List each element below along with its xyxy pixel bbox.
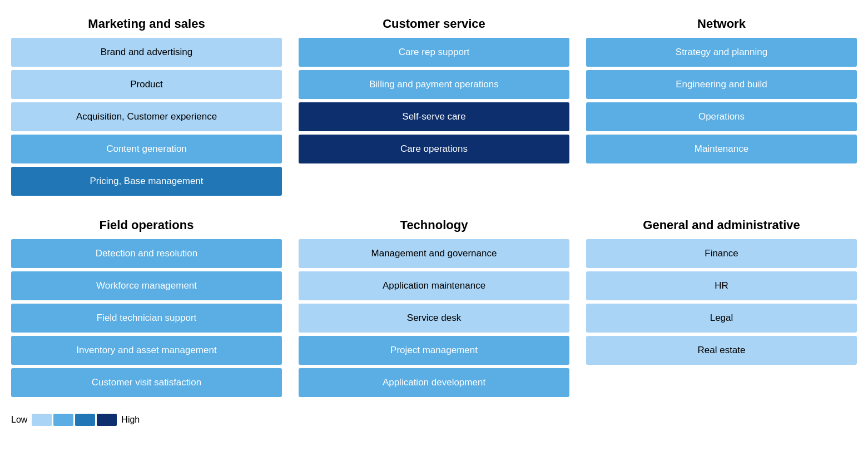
legend-swatch-2 <box>75 414 95 426</box>
item-bar-general-1: HR <box>586 271 857 300</box>
top-sections: Marketing and salesBrand and advertising… <box>11 17 857 196</box>
legend-gradient <box>32 414 117 426</box>
items-list-network: Strategy and planningEngineering and bui… <box>586 38 857 163</box>
item-bar-marketing-0: Brand and advertising <box>11 38 282 67</box>
item-bar-technology-0: Management and governance <box>299 239 569 268</box>
section-general: General and administrativeFinanceHRLegal… <box>586 218 857 397</box>
item-bar-customer-service-3: Care operations <box>299 135 569 163</box>
item-bar-field-operations-0: Detection and resolution <box>11 239 282 268</box>
item-bar-technology-4: Application development <box>299 368 569 397</box>
section-title-customer-service: Customer service <box>299 17 569 31</box>
legend-swatch-1 <box>53 414 73 426</box>
item-bar-network-0: Strategy and planning <box>586 38 857 67</box>
section-technology: TechnologyManagement and governanceAppli… <box>299 218 569 397</box>
section-title-network: Network <box>586 17 857 31</box>
section-marketing: Marketing and salesBrand and advertising… <box>11 17 282 196</box>
item-bar-general-2: Legal <box>586 304 857 333</box>
legend-swatch-3 <box>97 414 117 426</box>
legend-area: Low High <box>11 414 857 426</box>
item-bar-field-operations-1: Workforce management <box>11 271 282 300</box>
section-customer-service: Customer serviceCare rep supportBilling … <box>299 17 569 196</box>
section-title-field-operations: Field operations <box>11 218 282 232</box>
item-bar-customer-service-0: Care rep support <box>299 38 569 67</box>
item-bar-network-1: Engineering and build <box>586 70 857 99</box>
item-bar-field-operations-4: Customer visit satisfaction <box>11 368 282 397</box>
section-title-marketing: Marketing and sales <box>11 17 282 31</box>
item-bar-customer-service-1: Billing and payment operations <box>299 70 569 99</box>
item-bar-marketing-4: Pricing, Base management <box>11 167 282 196</box>
item-bar-marketing-2: Acquisition, Customer experience <box>11 102 282 131</box>
bottom-sections: Field operationsDetection and resolution… <box>11 218 857 397</box>
item-bar-field-operations-2: Field technician support <box>11 304 282 333</box>
items-list-customer-service: Care rep supportBilling and payment oper… <box>299 38 569 163</box>
item-bar-general-3: Real estate <box>586 336 857 365</box>
items-list-general: FinanceHRLegalReal estate <box>586 239 857 365</box>
items-list-technology: Management and governanceApplication mai… <box>299 239 569 397</box>
legend-swatch-0 <box>32 414 52 426</box>
section-field-operations: Field operationsDetection and resolution… <box>11 218 282 397</box>
item-bar-network-3: Maintenance <box>586 135 857 163</box>
item-bar-field-operations-3: Inventory and asset management <box>11 336 282 365</box>
item-bar-network-2: Operations <box>586 102 857 131</box>
item-bar-customer-service-2: Self-serve care <box>299 102 569 131</box>
item-bar-marketing-1: Product <box>11 70 282 99</box>
item-bar-marketing-3: Content generation <box>11 135 282 163</box>
legend-high-label: High <box>121 415 140 425</box>
item-bar-technology-2: Service desk <box>299 304 569 333</box>
item-bar-technology-3: Project management <box>299 336 569 365</box>
section-title-general: General and administrative <box>586 218 857 232</box>
section-title-technology: Technology <box>299 218 569 232</box>
legend-low-label: Low <box>11 415 27 425</box>
item-bar-general-0: Finance <box>586 239 857 268</box>
item-bar-technology-1: Application maintenance <box>299 271 569 300</box>
items-list-field-operations: Detection and resolutionWorkforce manage… <box>11 239 282 397</box>
section-network: NetworkStrategy and planningEngineering … <box>586 17 857 196</box>
items-list-marketing: Brand and advertisingProductAcquisition,… <box>11 38 282 196</box>
